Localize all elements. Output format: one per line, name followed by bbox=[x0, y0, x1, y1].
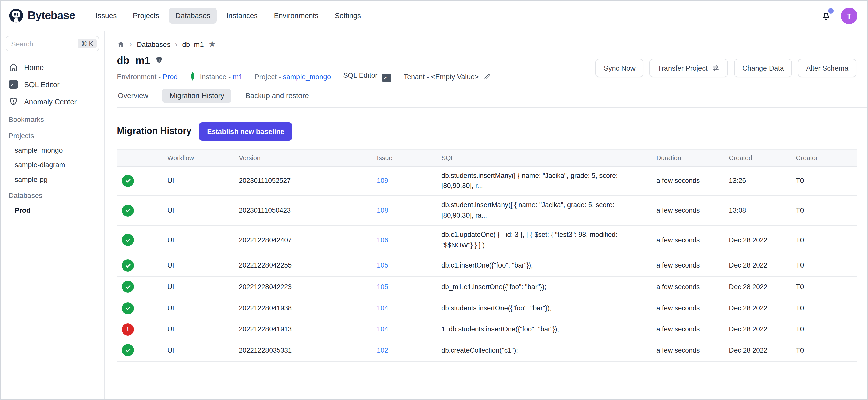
table-row[interactable]: UI20230111050423108db.student.insertMany… bbox=[117, 196, 858, 226]
success-check-icon bbox=[122, 175, 134, 187]
app-window: Bytebase Issues Projects Databases Insta… bbox=[0, 0, 868, 400]
transfer-project-button[interactable]: Transfer Project bbox=[650, 59, 728, 77]
created-cell: 13:26 bbox=[724, 166, 791, 196]
sidebar-section-databases: Databases bbox=[5, 186, 99, 203]
workflow-cell: UI bbox=[162, 196, 234, 226]
instance-link[interactable]: m1 bbox=[233, 72, 243, 81]
search-input[interactable] bbox=[11, 39, 77, 48]
created-cell: 13:08 bbox=[724, 196, 791, 226]
alter-schema-button[interactable]: Alter Schema bbox=[798, 59, 857, 77]
sql-cell: 1. db.students.insertOne({"foo": "bar"})… bbox=[436, 319, 651, 340]
version-cell: 20221228041913 bbox=[234, 319, 372, 340]
issue-cell: 102 bbox=[372, 340, 436, 362]
notification-bell-icon[interactable] bbox=[820, 9, 832, 22]
workflow-cell: UI bbox=[162, 225, 234, 255]
brand-name: Bytebase bbox=[28, 9, 75, 22]
breadcrumb-db-m1[interactable]: db_m1 bbox=[182, 40, 204, 48]
tab-overview[interactable]: Overview bbox=[117, 88, 149, 102]
issue-link[interactable]: 104 bbox=[377, 304, 388, 312]
issue-cell: 105 bbox=[372, 255, 436, 277]
page-actions: Sync Now Transfer Project Change Data Al… bbox=[596, 59, 857, 77]
success-check-icon bbox=[122, 204, 134, 216]
home-icon bbox=[8, 62, 18, 72]
sql-editor-link[interactable]: SQL Editor >_ bbox=[343, 71, 392, 82]
issue-link[interactable]: 108 bbox=[377, 207, 388, 214]
workflow-cell: UI bbox=[162, 166, 234, 196]
sidebar: ⌘ K Home >_ SQL Editor bbox=[0, 31, 105, 400]
issue-link[interactable]: 104 bbox=[377, 326, 388, 333]
sidebar-section-projects: Projects bbox=[5, 126, 99, 143]
col-creator: Creator bbox=[791, 149, 858, 166]
table-row[interactable]: UI20221228042223105db_m1.c1.insertOne({"… bbox=[117, 277, 858, 298]
environment-link[interactable]: Prod bbox=[163, 72, 178, 81]
version-cell: 20221228042223 bbox=[234, 277, 372, 298]
sidebar-item-sample-pg[interactable]: sample-pg bbox=[5, 172, 99, 186]
issue-link[interactable]: 105 bbox=[377, 283, 388, 290]
tab-backup-and-restore[interactable]: Backup and restore bbox=[244, 88, 310, 102]
section-title: Migration History bbox=[117, 126, 191, 136]
mongodb-leaf-icon bbox=[190, 71, 195, 82]
sidebar-item-sample-diagram[interactable]: sample-diagram bbox=[5, 157, 99, 172]
issue-link[interactable]: 109 bbox=[377, 177, 388, 184]
issue-link[interactable]: 102 bbox=[377, 346, 388, 354]
issue-cell: 109 bbox=[372, 166, 436, 196]
workflow-cell: UI bbox=[162, 255, 234, 277]
sql-cell: db.createCollection("c1"); bbox=[436, 340, 651, 362]
sidebar-item-label: SQL Editor bbox=[24, 80, 60, 88]
sidebar-item-home[interactable]: Home bbox=[5, 58, 99, 76]
issue-cell: 104 bbox=[372, 298, 436, 319]
table-row[interactable]: UI20221228042255105db.c1.insertOne({"foo… bbox=[117, 255, 858, 277]
bytebase-logo-icon bbox=[8, 8, 24, 23]
status-cell bbox=[117, 166, 162, 196]
sql-cell: db_m1.c1.insertOne({"foo": "bar"}); bbox=[436, 277, 651, 298]
success-check-icon bbox=[122, 259, 134, 272]
table-row[interactable]: UI20221228035331102db.createCollection("… bbox=[117, 340, 858, 362]
duration-cell: a few seconds bbox=[651, 340, 724, 362]
sidebar-item-sample-mongo[interactable]: sample_mongo bbox=[5, 143, 99, 157]
breadcrumb-separator: › bbox=[129, 40, 132, 48]
issue-link[interactable]: 105 bbox=[377, 262, 388, 269]
project-link[interactable]: sample_mongo bbox=[283, 72, 331, 81]
shield-alert-icon[interactable] bbox=[155, 56, 164, 65]
edit-pencil-icon[interactable] bbox=[483, 72, 491, 81]
nav-databases[interactable]: Databases bbox=[169, 7, 217, 24]
bytebase-logo[interactable]: Bytebase bbox=[8, 8, 75, 23]
created-cell: Dec 28 2022 bbox=[724, 255, 791, 277]
table-row[interactable]: UI20221228041938104db.students.insertOne… bbox=[117, 298, 858, 319]
keyboard-shortcut-chip: ⌘ K bbox=[77, 39, 97, 49]
nav-environments[interactable]: Environments bbox=[267, 7, 325, 24]
table-row[interactable]: UI20230111052527109db.students.insertMan… bbox=[117, 166, 858, 196]
sidebar-item-sql-editor[interactable]: >_ SQL Editor bbox=[5, 76, 99, 93]
duration-cell: a few seconds bbox=[651, 225, 724, 255]
notification-dot bbox=[828, 8, 834, 13]
change-data-button[interactable]: Change Data bbox=[734, 59, 792, 77]
table-row[interactable]: UI20221228042407106db.c1.updateOne( { _i… bbox=[117, 225, 858, 255]
search-box[interactable]: ⌘ K bbox=[5, 36, 99, 51]
top-bar: Bytebase Issues Projects Databases Insta… bbox=[0, 0, 868, 31]
creator-cell: T0 bbox=[791, 166, 858, 196]
tab-migration-history[interactable]: Migration History bbox=[162, 88, 231, 102]
sidebar-item-anomaly-center[interactable]: Anomaly Center bbox=[5, 93, 99, 110]
breadcrumb-home-icon[interactable] bbox=[117, 40, 125, 48]
col-duration: Duration bbox=[651, 149, 724, 166]
establish-baseline-button[interactable]: Establish new baseline bbox=[199, 122, 292, 140]
nav-instances[interactable]: Instances bbox=[220, 7, 264, 24]
database-meta-row: Environment - Prod Instance - m1 bbox=[117, 71, 491, 82]
avatar[interactable]: T bbox=[841, 7, 858, 24]
favorite-star-icon[interactable]: ★ bbox=[208, 40, 216, 49]
issue-link[interactable]: 106 bbox=[377, 236, 388, 244]
nav-projects[interactable]: Projects bbox=[126, 7, 166, 24]
sidebar-item-prod[interactable]: Prod bbox=[5, 203, 99, 217]
breadcrumb: › Databases › db_m1 ★ bbox=[117, 40, 857, 49]
table-row[interactable]: !UI202212280419131041. db.students.inser… bbox=[117, 319, 858, 340]
sync-now-button[interactable]: Sync Now bbox=[596, 59, 644, 77]
nav-issues[interactable]: Issues bbox=[89, 7, 123, 24]
tenant-value: <Empty Value> bbox=[431, 72, 478, 81]
col-status bbox=[117, 149, 162, 166]
breadcrumb-databases[interactable]: Databases bbox=[137, 40, 170, 48]
duration-cell: a few seconds bbox=[651, 298, 724, 319]
nav-settings[interactable]: Settings bbox=[328, 7, 368, 24]
created-cell: Dec 28 2022 bbox=[724, 319, 791, 340]
creator-cell: T0 bbox=[791, 225, 858, 255]
issue-cell: 108 bbox=[372, 196, 436, 226]
